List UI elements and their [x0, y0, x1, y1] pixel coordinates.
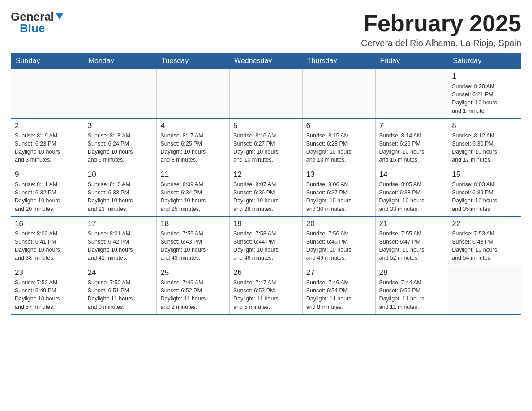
table-row: 28Sunrise: 7:44 AM Sunset: 6:56 PM Dayli… [375, 265, 448, 314]
day-number: 3 [88, 121, 153, 130]
day-info: Sunrise: 7:47 AM Sunset: 6:53 PM Dayligh… [233, 278, 299, 311]
col-wednesday: Wednesday [230, 53, 303, 69]
table-row: 12Sunrise: 8:07 AM Sunset: 6:36 PM Dayli… [230, 167, 303, 216]
day-number: 12 [233, 170, 299, 179]
table-row: 3Sunrise: 8:18 AM Sunset: 6:24 PM Daylig… [84, 118, 157, 167]
day-info: Sunrise: 7:53 AM Sunset: 6:48 PM Dayligh… [452, 230, 517, 262]
table-row: 13Sunrise: 8:06 AM Sunset: 6:37 PM Dayli… [302, 167, 375, 216]
day-number: 4 [160, 121, 226, 130]
table-row [84, 69, 157, 118]
calendar-table: Sunday Monday Tuesday Wednesday Thursday… [11, 53, 521, 315]
month-title: February 2025 [361, 11, 521, 36]
day-info: Sunrise: 7:52 AM Sunset: 6:49 PM Dayligh… [15, 278, 80, 311]
table-row [375, 69, 448, 118]
day-number: 16 [15, 219, 80, 228]
table-row: 6Sunrise: 8:15 AM Sunset: 6:28 PM Daylig… [302, 118, 375, 167]
day-info: Sunrise: 8:12 AM Sunset: 6:30 PM Dayligh… [452, 132, 517, 164]
day-number: 18 [160, 219, 226, 228]
day-info: Sunrise: 7:59 AM Sunset: 6:43 PM Dayligh… [160, 230, 226, 262]
col-monday: Monday [84, 53, 157, 69]
calendar-week-row: 9Sunrise: 8:11 AM Sunset: 6:32 PM Daylig… [11, 167, 521, 216]
col-sunday: Sunday [11, 53, 84, 69]
day-number: 1 [452, 72, 517, 81]
table-row: 15Sunrise: 8:03 AM Sunset: 6:39 PM Dayli… [448, 167, 521, 216]
table-row: 23Sunrise: 7:52 AM Sunset: 6:49 PM Dayli… [11, 265, 84, 314]
day-number: 26 [233, 268, 299, 277]
day-info: Sunrise: 7:58 AM Sunset: 6:44 PM Dayligh… [233, 230, 299, 262]
table-row [302, 69, 375, 118]
table-row: 7Sunrise: 8:14 AM Sunset: 6:29 PM Daylig… [375, 118, 448, 167]
day-number: 25 [160, 268, 226, 277]
table-row: 5Sunrise: 8:16 AM Sunset: 6:27 PM Daylig… [230, 118, 303, 167]
logo-general-text: General [11, 11, 54, 22]
table-row: 17Sunrise: 8:01 AM Sunset: 6:42 PM Dayli… [84, 216, 157, 265]
table-row [11, 69, 84, 118]
day-info: Sunrise: 8:03 AM Sunset: 6:39 PM Dayligh… [452, 180, 517, 213]
day-number: 2 [15, 121, 80, 130]
table-row: 16Sunrise: 8:02 AM Sunset: 6:41 PM Dayli… [11, 216, 84, 265]
day-number: 20 [306, 219, 372, 228]
day-info: Sunrise: 7:56 AM Sunset: 6:46 PM Dayligh… [306, 230, 372, 262]
day-info: Sunrise: 8:19 AM Sunset: 6:23 PM Dayligh… [15, 132, 80, 164]
col-thursday: Thursday [302, 53, 375, 69]
table-row: 20Sunrise: 7:56 AM Sunset: 6:46 PM Dayli… [302, 216, 375, 265]
day-info: Sunrise: 8:05 AM Sunset: 6:38 PM Dayligh… [379, 180, 445, 213]
table-row: 1Sunrise: 8:20 AM Sunset: 6:21 PM Daylig… [448, 69, 521, 118]
day-number: 13 [306, 170, 372, 179]
day-info: Sunrise: 7:50 AM Sunset: 6:51 PM Dayligh… [88, 278, 153, 311]
table-row: 26Sunrise: 7:47 AM Sunset: 6:53 PM Dayli… [230, 265, 303, 314]
day-info: Sunrise: 8:17 AM Sunset: 6:25 PM Dayligh… [160, 132, 226, 164]
day-number: 17 [88, 219, 153, 228]
day-number: 5 [233, 121, 299, 130]
day-info: Sunrise: 8:16 AM Sunset: 6:27 PM Dayligh… [233, 132, 299, 164]
day-number: 7 [379, 121, 445, 130]
day-info: Sunrise: 8:06 AM Sunset: 6:37 PM Dayligh… [306, 180, 372, 213]
page-header: General Blue February 2025 Cervera del R… [11, 11, 521, 48]
location-text: Cervera del Rio Alhama, La Rioja, Spain [361, 38, 521, 48]
table-row [448, 265, 521, 314]
day-info: Sunrise: 7:44 AM Sunset: 6:56 PM Dayligh… [379, 278, 445, 311]
col-friday: Friday [375, 53, 448, 69]
table-row: 24Sunrise: 7:50 AM Sunset: 6:51 PM Dayli… [84, 265, 157, 314]
table-row: 21Sunrise: 7:55 AM Sunset: 6:47 PM Dayli… [375, 216, 448, 265]
day-number: 11 [160, 170, 226, 179]
table-row: 11Sunrise: 8:09 AM Sunset: 6:34 PM Dayli… [157, 167, 230, 216]
day-info: Sunrise: 8:20 AM Sunset: 6:21 PM Dayligh… [452, 82, 517, 115]
day-number: 21 [379, 219, 445, 228]
day-number: 10 [88, 170, 153, 179]
day-number: 28 [379, 268, 445, 277]
table-row: 27Sunrise: 7:46 AM Sunset: 6:54 PM Dayli… [302, 265, 375, 314]
day-info: Sunrise: 8:15 AM Sunset: 6:28 PM Dayligh… [306, 132, 372, 164]
day-info: Sunrise: 8:14 AM Sunset: 6:29 PM Dayligh… [379, 132, 445, 164]
day-info: Sunrise: 8:11 AM Sunset: 6:32 PM Dayligh… [15, 180, 80, 213]
table-row: 9Sunrise: 8:11 AM Sunset: 6:32 PM Daylig… [11, 167, 84, 216]
day-number: 15 [452, 170, 517, 179]
calendar-week-row: 23Sunrise: 7:52 AM Sunset: 6:49 PM Dayli… [11, 265, 521, 314]
day-number: 27 [306, 268, 372, 277]
table-row: 18Sunrise: 7:59 AM Sunset: 6:43 PM Dayli… [157, 216, 230, 265]
day-number: 22 [452, 219, 517, 228]
calendar-week-row: 16Sunrise: 8:02 AM Sunset: 6:41 PM Dayli… [11, 216, 521, 265]
table-row: 14Sunrise: 8:05 AM Sunset: 6:38 PM Dayli… [375, 167, 448, 216]
day-info: Sunrise: 7:55 AM Sunset: 6:47 PM Dayligh… [379, 230, 445, 262]
day-info: Sunrise: 8:09 AM Sunset: 6:34 PM Dayligh… [160, 180, 226, 213]
svg-marker-0 [56, 13, 64, 20]
day-info: Sunrise: 7:46 AM Sunset: 6:54 PM Dayligh… [306, 278, 372, 311]
calendar-week-row: 2Sunrise: 8:19 AM Sunset: 6:23 PM Daylig… [11, 118, 521, 167]
table-row: 10Sunrise: 8:10 AM Sunset: 6:33 PM Dayli… [84, 167, 157, 216]
table-row: 22Sunrise: 7:53 AM Sunset: 6:48 PM Dayli… [448, 216, 521, 265]
day-number: 24 [88, 268, 153, 277]
day-info: Sunrise: 7:49 AM Sunset: 6:52 PM Dayligh… [160, 278, 226, 311]
table-row: 19Sunrise: 7:58 AM Sunset: 6:44 PM Dayli… [230, 216, 303, 265]
logo: General Blue [11, 11, 64, 34]
day-number: 14 [379, 170, 445, 179]
table-row: 4Sunrise: 8:17 AM Sunset: 6:25 PM Daylig… [157, 118, 230, 167]
day-info: Sunrise: 8:10 AM Sunset: 6:33 PM Dayligh… [88, 180, 153, 213]
logo-triangle-icon [56, 13, 64, 21]
title-block: February 2025 Cervera del Rio Alhama, La… [361, 11, 521, 48]
day-number: 9 [15, 170, 80, 179]
day-number: 8 [452, 121, 517, 130]
logo-blue-text: Blue [20, 22, 45, 34]
day-info: Sunrise: 8:07 AM Sunset: 6:36 PM Dayligh… [233, 180, 299, 213]
col-saturday: Saturday [448, 53, 521, 69]
